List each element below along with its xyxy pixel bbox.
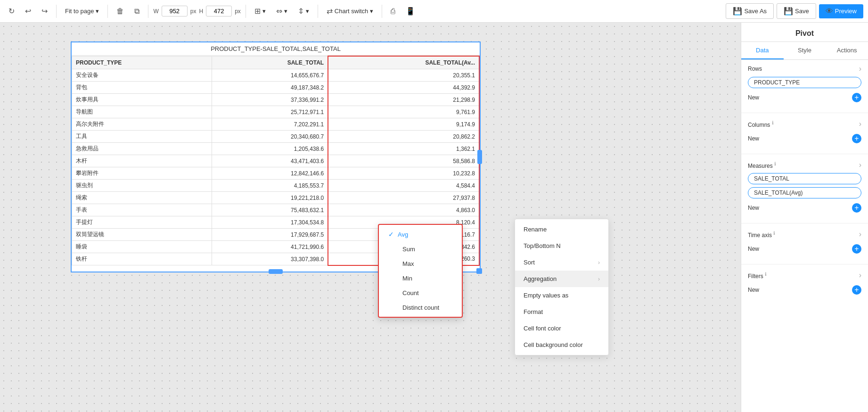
tab-data[interactable]: Data — [741, 42, 784, 59]
ctx-empty-values[interactable]: Empty values as — [515, 287, 608, 304]
cell-avg: 1,362.1 — [328, 143, 479, 155]
measures-section: Measures ℹ › SALE_TOTAL SALE_TOTAL(Avg) … — [741, 156, 868, 221]
columns-new-row: New + — [748, 132, 861, 145]
save-as-button[interactable]: 💾 Save As — [726, 3, 774, 19]
cell-type: 铁杆 — [72, 253, 212, 265]
agg-max-label: Max — [402, 260, 414, 267]
divider-2 — [741, 154, 868, 154]
ctx-aggregation[interactable]: Aggregation › — [515, 271, 608, 287]
sep-1 — [56, 5, 57, 18]
rows-label: Rows — [748, 66, 762, 72]
chart-switch-label: Chart switch — [335, 8, 368, 15]
table-row: 攀岩附件 12,842,146.6 10,232.8 — [72, 167, 480, 180]
delete-button[interactable]: 🗑 — [113, 5, 128, 17]
cell-sale-total: 1,205,438.6 — [212, 143, 328, 155]
mobile-button[interactable]: 📱 — [402, 5, 419, 17]
layout-button[interactable]: ⊞ ▾ — [251, 5, 270, 17]
columns-section-header: Columns ℹ › — [748, 120, 861, 128]
preview-icon: 👁 — [826, 7, 833, 16]
ctx-sort[interactable]: Sort › — [515, 254, 608, 271]
ctx-format[interactable]: Format — [515, 304, 608, 320]
chart-switch-button[interactable]: ⇄ Chart switch ▾ — [323, 5, 377, 17]
align-v-button[interactable]: ⇕ ▾ — [294, 5, 313, 17]
fit-to-page-button[interactable]: Fit to page ▾ — [61, 6, 103, 16]
tab-actions[interactable]: Actions — [826, 42, 868, 59]
resize-handle-right[interactable] — [477, 150, 482, 164]
save-button[interactable]: 💾 Save — [777, 3, 816, 19]
align-v-chevron: ▾ — [306, 8, 309, 15]
undo-button[interactable]: ↩ — [21, 5, 35, 17]
copy-button[interactable]: ⧉ — [131, 5, 143, 17]
measures-expand-btn[interactable]: › — [859, 161, 861, 169]
save-label: Save — [795, 8, 809, 15]
measures-section-header: Measures ℹ › — [748, 161, 861, 169]
agg-avg[interactable]: ✓ Avg — [379, 227, 462, 242]
cell-avg: 20,355.1 — [328, 69, 479, 82]
table-row: 安全设备 14,655,676.7 20,355.1 — [72, 69, 480, 82]
cell-sale-total: 17,929,687.5 — [212, 229, 328, 241]
agg-distinct-count[interactable]: Distinct count — [379, 300, 462, 315]
mobile-icon: 📱 — [406, 7, 415, 16]
cell-avg: 4,584.4 — [328, 180, 479, 192]
cell-sale-total: 41,721,990.6 — [212, 241, 328, 253]
ctx-topbottom[interactable]: Top/Bottom N — [515, 238, 608, 254]
cell-type: 木杆 — [72, 155, 212, 167]
height-input[interactable] — [206, 6, 232, 16]
filters-expand-btn[interactable]: › — [859, 271, 861, 280]
canvas-area[interactable]: PRODUCT_TYPE-SALE_TOTAL,SALE_TOTAL PRODU… — [0, 23, 741, 412]
agg-count[interactable]: Count — [379, 286, 462, 300]
rows-new-row: New + — [748, 91, 861, 104]
table-row: 木杆 43,471,403.6 58,586.8 — [72, 155, 480, 167]
width-input[interactable] — [162, 6, 188, 16]
ctx-rename[interactable]: Rename — [515, 221, 608, 238]
share-icon: ⎙ — [391, 7, 395, 16]
agg-max[interactable]: Max — [379, 256, 462, 271]
time-axis-expand-btn[interactable]: › — [859, 230, 861, 239]
toolbar: ↻ ↩ ↪ Fit to page ▾ 🗑 ⧉ W px H px ⊞ ▾ ⇔ … — [0, 0, 868, 23]
table-row: 炊事用具 37,336,991.2 21,298.9 — [72, 94, 480, 106]
cell-avg: 44,392.9 — [328, 82, 479, 94]
align-h-icon: ⇔ — [276, 7, 282, 16]
cell-type: 驱虫剂 — [72, 180, 212, 192]
ctx-cell-bg-color[interactable]: Cell background color — [515, 337, 608, 353]
chart-switch-chevron: ▾ — [370, 8, 373, 15]
resize-handle-bottom[interactable] — [269, 269, 283, 274]
preview-button[interactable]: 👁 Preview — [819, 4, 863, 18]
tab-style[interactable]: Style — [784, 42, 826, 59]
rows-expand-btn[interactable]: › — [859, 65, 861, 73]
rows-section: Rows › PRODUCT_TYPE New + — [741, 60, 868, 111]
table-row: 导航图 25,712,971.1 9,761.9 — [72, 106, 480, 118]
cell-type: 双筒望远镜 — [72, 229, 212, 241]
columns-add-btn[interactable]: + — [852, 134, 861, 143]
time-axis-add-btn[interactable]: + — [852, 244, 861, 254]
product-type-pill[interactable]: PRODUCT_TYPE — [748, 77, 861, 88]
resize-handle-corner[interactable] — [476, 268, 482, 274]
cell-avg: 10,232.8 — [328, 167, 479, 180]
measures-new-label: New — [748, 205, 759, 211]
filters-label: Filters ℹ — [748, 272, 767, 280]
measures-add-btn[interactable]: + — [852, 203, 861, 213]
table-row: 绳索 19,221,218.0 27,937.8 — [72, 192, 480, 204]
rows-add-btn[interactable]: + — [852, 93, 861, 102]
columns-expand-btn[interactable]: › — [859, 120, 861, 128]
columns-section: Columns ℹ › New + — [741, 115, 868, 152]
align-h-button[interactable]: ⇔ ▾ — [272, 5, 291, 17]
refresh-button[interactable]: ↻ — [5, 5, 18, 17]
filters-add-btn[interactable]: + — [852, 285, 861, 295]
filters-section: Filters ℹ › New + — [741, 266, 868, 303]
cell-avg: 4,863.0 — [328, 204, 479, 216]
agg-sum[interactable]: Sum — [379, 242, 462, 256]
redo-icon: ↪ — [41, 7, 48, 16]
columns-new-label: New — [748, 135, 759, 142]
ctx-cell-font-color[interactable]: Cell font color — [515, 320, 608, 337]
sale-total-avg-pill[interactable]: SALE_TOTAL(Avg) — [748, 187, 861, 198]
cell-avg: 27,937.8 — [328, 192, 479, 204]
layout-icon: ⊞ — [254, 7, 261, 16]
redo-button[interactable]: ↪ — [38, 5, 51, 17]
agg-min[interactable]: Min — [379, 271, 462, 286]
share-button[interactable]: ⎙ — [387, 5, 399, 17]
divider-1 — [741, 113, 868, 113]
sale-total-pill[interactable]: SALE_TOTAL — [748, 173, 861, 184]
ctx-cell-bg-color-label: Cell background color — [524, 341, 583, 348]
measures-new-row: New + — [748, 201, 861, 214]
